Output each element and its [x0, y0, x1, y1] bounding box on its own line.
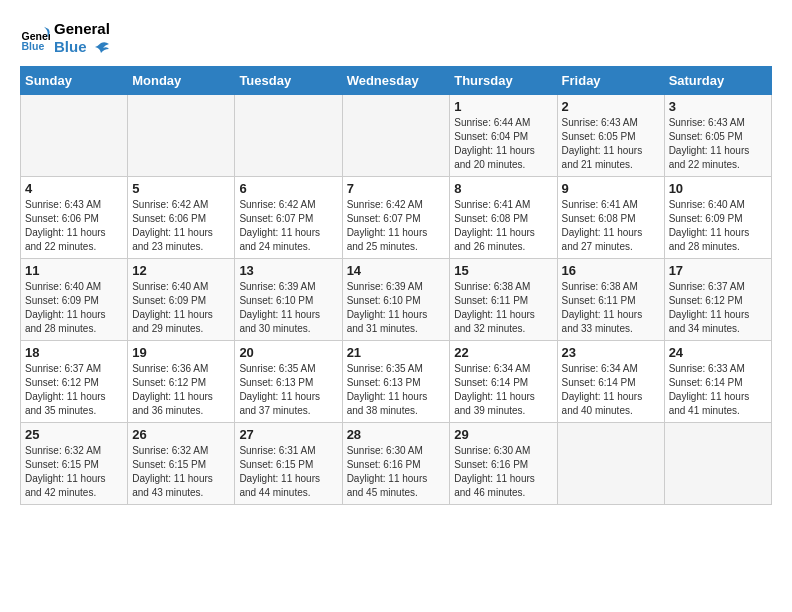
day-number: 21: [347, 345, 446, 360]
day-info: Sunrise: 6:30 AM Sunset: 6:16 PM Dayligh…: [454, 444, 552, 500]
calendar-cell: 15Sunrise: 6:38 AM Sunset: 6:11 PM Dayli…: [450, 259, 557, 341]
weekday-header-row: SundayMondayTuesdayWednesdayThursdayFrid…: [21, 67, 772, 95]
day-info: Sunrise: 6:40 AM Sunset: 6:09 PM Dayligh…: [25, 280, 123, 336]
calendar-cell: 23Sunrise: 6:34 AM Sunset: 6:14 PM Dayli…: [557, 341, 664, 423]
calendar-cell: 7Sunrise: 6:42 AM Sunset: 6:07 PM Daylig…: [342, 177, 450, 259]
week-row-5: 25Sunrise: 6:32 AM Sunset: 6:15 PM Dayli…: [21, 423, 772, 505]
calendar-cell: 21Sunrise: 6:35 AM Sunset: 6:13 PM Dayli…: [342, 341, 450, 423]
day-info: Sunrise: 6:38 AM Sunset: 6:11 PM Dayligh…: [562, 280, 660, 336]
day-number: 28: [347, 427, 446, 442]
day-number: 25: [25, 427, 123, 442]
day-info: Sunrise: 6:32 AM Sunset: 6:15 PM Dayligh…: [25, 444, 123, 500]
calendar-cell: 22Sunrise: 6:34 AM Sunset: 6:14 PM Dayli…: [450, 341, 557, 423]
calendar-cell: 2Sunrise: 6:43 AM Sunset: 6:05 PM Daylig…: [557, 95, 664, 177]
day-info: Sunrise: 6:37 AM Sunset: 6:12 PM Dayligh…: [669, 280, 767, 336]
header-monday: Monday: [128, 67, 235, 95]
day-info: Sunrise: 6:31 AM Sunset: 6:15 PM Dayligh…: [239, 444, 337, 500]
day-number: 1: [454, 99, 552, 114]
day-info: Sunrise: 6:36 AM Sunset: 6:12 PM Dayligh…: [132, 362, 230, 418]
day-number: 13: [239, 263, 337, 278]
day-number: 29: [454, 427, 552, 442]
calendar-cell: 10Sunrise: 6:40 AM Sunset: 6:09 PM Dayli…: [664, 177, 771, 259]
calendar-cell: 18Sunrise: 6:37 AM Sunset: 6:12 PM Dayli…: [21, 341, 128, 423]
calendar-cell: 4Sunrise: 6:43 AM Sunset: 6:06 PM Daylig…: [21, 177, 128, 259]
day-number: 10: [669, 181, 767, 196]
calendar-cell: 17Sunrise: 6:37 AM Sunset: 6:12 PM Dayli…: [664, 259, 771, 341]
svg-text:Blue: Blue: [22, 40, 45, 52]
day-info: Sunrise: 6:32 AM Sunset: 6:15 PM Dayligh…: [132, 444, 230, 500]
day-number: 17: [669, 263, 767, 278]
calendar-cell: 9Sunrise: 6:41 AM Sunset: 6:08 PM Daylig…: [557, 177, 664, 259]
header-tuesday: Tuesday: [235, 67, 342, 95]
day-number: 15: [454, 263, 552, 278]
day-number: 19: [132, 345, 230, 360]
day-info: Sunrise: 6:41 AM Sunset: 6:08 PM Dayligh…: [454, 198, 552, 254]
day-info: Sunrise: 6:40 AM Sunset: 6:09 PM Dayligh…: [132, 280, 230, 336]
logo-bird-icon: [91, 41, 109, 55]
calendar-cell: 14Sunrise: 6:39 AM Sunset: 6:10 PM Dayli…: [342, 259, 450, 341]
logo-general: General: [54, 20, 110, 38]
day-number: 5: [132, 181, 230, 196]
day-info: Sunrise: 6:42 AM Sunset: 6:07 PM Dayligh…: [347, 198, 446, 254]
logo-blue: Blue: [54, 38, 110, 56]
day-number: 24: [669, 345, 767, 360]
logo-icon: General Blue: [20, 23, 50, 53]
header-sunday: Sunday: [21, 67, 128, 95]
day-info: Sunrise: 6:41 AM Sunset: 6:08 PM Dayligh…: [562, 198, 660, 254]
day-info: Sunrise: 6:34 AM Sunset: 6:14 PM Dayligh…: [454, 362, 552, 418]
day-number: 6: [239, 181, 337, 196]
day-info: Sunrise: 6:39 AM Sunset: 6:10 PM Dayligh…: [239, 280, 337, 336]
day-info: Sunrise: 6:37 AM Sunset: 6:12 PM Dayligh…: [25, 362, 123, 418]
calendar-cell: 24Sunrise: 6:33 AM Sunset: 6:14 PM Dayli…: [664, 341, 771, 423]
header: General Blue General Blue: [20, 20, 772, 56]
day-number: 22: [454, 345, 552, 360]
calendar-cell: [128, 95, 235, 177]
calendar-cell: 28Sunrise: 6:30 AM Sunset: 6:16 PM Dayli…: [342, 423, 450, 505]
day-info: Sunrise: 6:43 AM Sunset: 6:05 PM Dayligh…: [562, 116, 660, 172]
day-number: 7: [347, 181, 446, 196]
week-row-3: 11Sunrise: 6:40 AM Sunset: 6:09 PM Dayli…: [21, 259, 772, 341]
header-wednesday: Wednesday: [342, 67, 450, 95]
calendar-cell: [342, 95, 450, 177]
day-info: Sunrise: 6:35 AM Sunset: 6:13 PM Dayligh…: [239, 362, 337, 418]
day-number: 20: [239, 345, 337, 360]
calendar-cell: 13Sunrise: 6:39 AM Sunset: 6:10 PM Dayli…: [235, 259, 342, 341]
day-number: 16: [562, 263, 660, 278]
day-info: Sunrise: 6:38 AM Sunset: 6:11 PM Dayligh…: [454, 280, 552, 336]
day-info: Sunrise: 6:44 AM Sunset: 6:04 PM Dayligh…: [454, 116, 552, 172]
day-number: 4: [25, 181, 123, 196]
calendar-cell: [235, 95, 342, 177]
calendar-cell: 29Sunrise: 6:30 AM Sunset: 6:16 PM Dayli…: [450, 423, 557, 505]
day-number: 9: [562, 181, 660, 196]
calendar-cell: [557, 423, 664, 505]
day-info: Sunrise: 6:39 AM Sunset: 6:10 PM Dayligh…: [347, 280, 446, 336]
day-info: Sunrise: 6:33 AM Sunset: 6:14 PM Dayligh…: [669, 362, 767, 418]
day-number: 14: [347, 263, 446, 278]
day-number: 18: [25, 345, 123, 360]
day-info: Sunrise: 6:40 AM Sunset: 6:09 PM Dayligh…: [669, 198, 767, 254]
day-number: 27: [239, 427, 337, 442]
calendar-cell: 16Sunrise: 6:38 AM Sunset: 6:11 PM Dayli…: [557, 259, 664, 341]
logo: General Blue General Blue: [20, 20, 110, 56]
day-number: 8: [454, 181, 552, 196]
day-info: Sunrise: 6:43 AM Sunset: 6:05 PM Dayligh…: [669, 116, 767, 172]
calendar-cell: 20Sunrise: 6:35 AM Sunset: 6:13 PM Dayli…: [235, 341, 342, 423]
day-number: 2: [562, 99, 660, 114]
calendar-cell: 5Sunrise: 6:42 AM Sunset: 6:06 PM Daylig…: [128, 177, 235, 259]
week-row-1: 1Sunrise: 6:44 AM Sunset: 6:04 PM Daylig…: [21, 95, 772, 177]
day-number: 11: [25, 263, 123, 278]
day-info: Sunrise: 6:42 AM Sunset: 6:06 PM Dayligh…: [132, 198, 230, 254]
header-saturday: Saturday: [664, 67, 771, 95]
week-row-2: 4Sunrise: 6:43 AM Sunset: 6:06 PM Daylig…: [21, 177, 772, 259]
calendar-cell: 25Sunrise: 6:32 AM Sunset: 6:15 PM Dayli…: [21, 423, 128, 505]
calendar-cell: 26Sunrise: 6:32 AM Sunset: 6:15 PM Dayli…: [128, 423, 235, 505]
day-number: 3: [669, 99, 767, 114]
calendar-cell: 1Sunrise: 6:44 AM Sunset: 6:04 PM Daylig…: [450, 95, 557, 177]
calendar-cell: 27Sunrise: 6:31 AM Sunset: 6:15 PM Dayli…: [235, 423, 342, 505]
header-thursday: Thursday: [450, 67, 557, 95]
calendar-cell: 6Sunrise: 6:42 AM Sunset: 6:07 PM Daylig…: [235, 177, 342, 259]
day-info: Sunrise: 6:34 AM Sunset: 6:14 PM Dayligh…: [562, 362, 660, 418]
week-row-4: 18Sunrise: 6:37 AM Sunset: 6:12 PM Dayli…: [21, 341, 772, 423]
header-friday: Friday: [557, 67, 664, 95]
day-number: 26: [132, 427, 230, 442]
